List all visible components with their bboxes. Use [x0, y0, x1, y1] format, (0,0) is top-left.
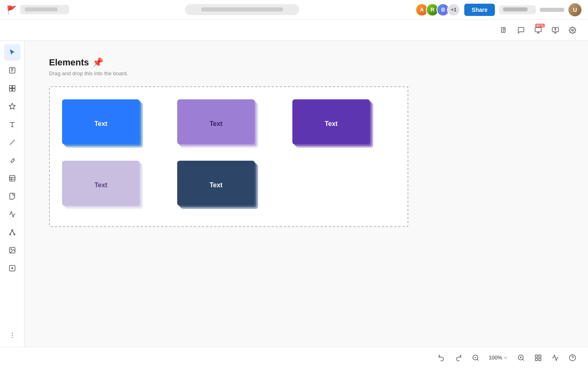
text-tool-button[interactable] [4, 116, 20, 132]
activity-button[interactable] [548, 350, 563, 365]
star-tool-button[interactable] [4, 98, 20, 114]
zoom-in-button[interactable] [514, 350, 528, 365]
card-dark-purple[interactable]: Text [292, 99, 370, 148]
svg-point-16 [9, 234, 11, 235]
topbar-center [69, 4, 415, 15]
svg-point-15 [11, 229, 13, 231]
toolbar-row: BETA [0, 20, 588, 41]
elements-container: Text Text Text Text [49, 86, 408, 227]
diagram-tool-button[interactable] [4, 224, 20, 240]
pages-icon-button[interactable] [497, 23, 511, 38]
card-label: Text [94, 120, 107, 128]
status-pill [540, 8, 564, 12]
svg-rect-35 [535, 358, 537, 360]
share-button[interactable]: Share [464, 4, 495, 16]
svg-line-18 [10, 231, 12, 234]
svg-point-3 [572, 29, 574, 31]
svg-rect-5 [9, 85, 12, 88]
section-title: Elements 📌 [49, 57, 103, 68]
fit-view-button[interactable] [531, 350, 546, 365]
elements-tool-button[interactable] [4, 80, 20, 96]
topbar-left: 🚩 [7, 5, 69, 15]
card-label: Text [325, 120, 338, 128]
svg-rect-6 [12, 85, 15, 88]
svg-rect-7 [9, 89, 12, 91]
svg-point-23 [11, 333, 12, 334]
topbar: 🚩 A R B +1 Share U [0, 0, 588, 20]
search-bar[interactable] [185, 4, 299, 15]
card-dark-navy[interactable]: Text [177, 161, 255, 210]
select-tool-button[interactable] [4, 44, 20, 61]
present-icon-button[interactable]: BETA [531, 23, 546, 38]
topbar-right: A R B +1 Share U [415, 3, 581, 16]
svg-point-17 [13, 234, 15, 235]
card-label: Text [94, 182, 107, 189]
svg-line-19 [12, 231, 14, 234]
section-subtitle: Drag and drop this into the board. [49, 70, 128, 76]
card-blue[interactable]: Text [62, 99, 140, 148]
svg-rect-33 [535, 355, 537, 357]
image-tool-button[interactable] [4, 242, 20, 258]
breadcrumb[interactable] [20, 5, 69, 14]
svg-line-27 [477, 359, 478, 360]
redo-button[interactable] [451, 350, 466, 365]
cards-grid: Text Text Text Text [62, 99, 395, 210]
draw-tool-button[interactable] [4, 152, 20, 168]
svg-rect-1 [535, 27, 541, 32]
zoom-out-button[interactable] [468, 350, 483, 365]
main-content: Elements 📌 Drag and drop this into the b… [24, 41, 588, 347]
share-screen-icon-button[interactable] [548, 23, 563, 38]
card-light-purple[interactable]: Text [177, 99, 255, 148]
undo-button[interactable] [434, 350, 449, 365]
svg-rect-11 [9, 175, 15, 181]
chart-tool-button[interactable] [4, 206, 20, 222]
user-avatar[interactable]: U [568, 3, 581, 16]
svg-point-24 [11, 335, 12, 336]
card-label: Text [209, 182, 223, 189]
table-tool-button[interactable] [4, 170, 20, 186]
section-title-text: Elements [49, 57, 89, 68]
section-title-emoji: 📌 [92, 57, 103, 68]
line-tool-button[interactable] [4, 134, 20, 150]
help-button[interactable] [565, 350, 580, 365]
flag-icon: 🚩 [7, 5, 17, 15]
avatar-overflow-count: +1 [447, 3, 460, 16]
svg-point-25 [11, 337, 12, 338]
settings-icon-button[interactable] [565, 23, 580, 38]
avatar-group: A R B +1 [415, 3, 460, 16]
zoom-level[interactable]: 100% [486, 353, 511, 362]
comment-icon-button[interactable] [514, 23, 528, 38]
notes-tool-button[interactable] [4, 62, 20, 79]
svg-rect-8 [12, 89, 15, 91]
embed-tool-button[interactable] [4, 260, 20, 276]
svg-rect-36 [539, 358, 541, 360]
card-label: Text [209, 120, 223, 128]
card-very-light-purple[interactable]: Text [62, 161, 140, 210]
svg-line-10 [10, 140, 15, 145]
svg-line-30 [522, 359, 523, 360]
bottom-bar: 100% [0, 347, 588, 368]
sidebar [0, 41, 24, 347]
svg-rect-34 [539, 355, 541, 357]
action-pill[interactable] [499, 5, 536, 14]
svg-point-21 [11, 249, 11, 249]
sticky-tool-button[interactable] [4, 188, 20, 204]
svg-marker-9 [9, 103, 15, 109]
more-tool-button[interactable] [4, 327, 20, 343]
